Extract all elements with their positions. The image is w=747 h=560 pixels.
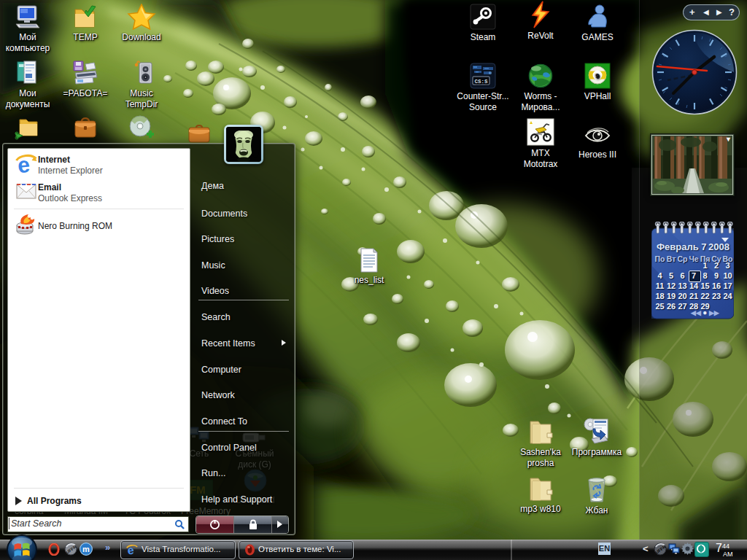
svg-text:9: 9 (595, 72, 599, 79)
svg-text:CS:S: CS:S (474, 79, 488, 85)
svg-text:m: m (82, 545, 90, 553)
